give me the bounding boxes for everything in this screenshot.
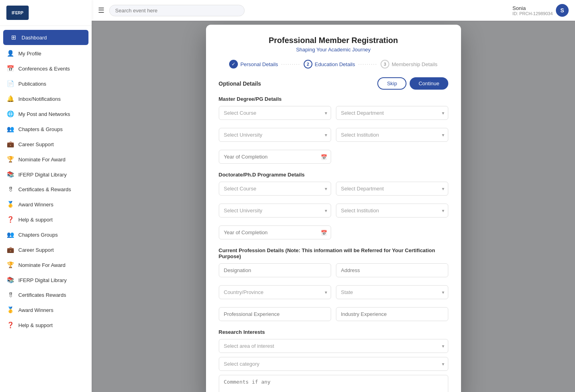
top-buttons: Skip Continue (377, 77, 448, 90)
doctorate-row-2: Select University Select Institution (219, 204, 448, 221)
avatar-letter: S (560, 7, 564, 14)
help-icon: ❓ (6, 216, 14, 223)
master-row-2: Select University Select Institution (219, 128, 448, 146)
award-icon: 🏆 (6, 156, 14, 163)
sidebar-item-help-2[interactable]: ❓ Help & support (0, 318, 92, 333)
master-university-field: Select University (219, 128, 331, 142)
profession-row-2: Country/Province State (219, 285, 448, 303)
industry-exp-field (336, 307, 448, 321)
optional-title: Optional Details (219, 80, 261, 87)
sidebar-item-award-winners[interactable]: 🥇 Award Winners (0, 197, 92, 212)
certificate-icon: 🎖 (6, 186, 14, 193)
master-department-select[interactable]: Select Department (336, 106, 448, 120)
country-field: Country/Province (219, 285, 331, 299)
sidebar-item-career[interactable]: 💼 Career Support (0, 137, 92, 152)
continue-button-top[interactable]: Continue (410, 77, 448, 90)
winner-icon: 🥇 (6, 201, 14, 208)
inbox-icon: 🔔 (6, 95, 14, 102)
step-1-check: ✓ (229, 60, 238, 69)
menu-icon[interactable]: ☰ (98, 6, 104, 15)
master-course-select[interactable]: Select Course (219, 106, 331, 120)
main-area: ☰ Sonia ID: PRCH-12989034 S Professional… (92, 0, 575, 392)
comments-textarea[interactable] (219, 375, 448, 392)
sidebar-item-label: Help & support (18, 217, 53, 223)
user-name: Sonia (512, 5, 553, 11)
state-select[interactable]: State (336, 285, 448, 299)
sidebar-item-inbox[interactable]: 🔔 Inbox/Notifications (0, 91, 92, 106)
prof-exp-input[interactable] (219, 307, 331, 321)
sidebar-item-library-2[interactable]: 📚 IFERP Digital Library (0, 272, 92, 288)
master-year-field (219, 150, 331, 164)
step-personal: ✓ Personal Details (229, 60, 278, 69)
profile-icon: 👤 (6, 50, 14, 57)
steps-indicator: ✓ Personal Details ········· 2 Education… (219, 60, 448, 69)
comments-field (219, 375, 448, 392)
sidebar-item-publications[interactable]: 📄 Publications (0, 76, 92, 91)
networks-icon: 🌐 (6, 110, 14, 118)
sidebar-nav: ⊞ Dashboard 👤 My Profile 📅 Conferences &… (0, 26, 92, 336)
master-year-input[interactable] (219, 150, 331, 164)
sidebar-item-label: IFERP Digital Library (18, 277, 67, 283)
sidebar-item-certificates[interactable]: 🎖 Certificates & Rewards (0, 182, 92, 197)
user-info: Sonia ID: PRCH-12989034 (512, 5, 553, 16)
sidebar-item-library[interactable]: 📚 IFERP Digital Library (0, 167, 92, 182)
profession-section-title: Current Profession Details (Note: This i… (219, 247, 448, 259)
sidebar-item-nominate[interactable]: 🏆 Nominate For Award (0, 152, 92, 167)
doctorate-course-select[interactable]: Select Course (219, 182, 331, 196)
help-icon-2: ❓ (6, 321, 14, 329)
research-area-select[interactable]: Select area of interest (219, 339, 448, 353)
master-row-1: Select Course Select Department (219, 106, 448, 124)
doctorate-year-field (219, 225, 331, 239)
country-select[interactable]: Country/Province (219, 285, 331, 299)
doctorate-institution-select[interactable]: Select Institution (336, 204, 448, 218)
step-education: 2 Education Details (304, 60, 355, 69)
modal-overlay: Professional Member Registration Shaping… (92, 21, 575, 392)
research-category-field: Select category (219, 357, 448, 371)
research-category-select[interactable]: Select category (219, 357, 448, 371)
sidebar-item-post-networks[interactable]: 🌐 My Post and Networks (0, 106, 92, 122)
sidebar-item-label: IFERP Digital Library (18, 172, 67, 178)
sidebar-item-label: Conferences & Events (18, 66, 70, 72)
doctorate-year-input[interactable] (219, 225, 331, 239)
address-input[interactable] (336, 263, 448, 277)
logo-text: IFERP (12, 11, 23, 15)
doctorate-department-select[interactable]: Select Department (336, 182, 448, 196)
sidebar-item-profile[interactable]: 👤 My Profile (0, 46, 92, 61)
sidebar-item-chapters-2[interactable]: 👥 Chapters Groups (0, 227, 92, 242)
step-3-number: 3 (384, 62, 386, 67)
sidebar-item-conferences[interactable]: 📅 Conferences & Events (0, 61, 92, 76)
doctorate-university-select[interactable]: Select University (219, 204, 331, 218)
address-field (336, 263, 448, 277)
step-dots-1: ········· (281, 61, 300, 67)
search-input[interactable] (109, 5, 245, 16)
step-2-number: 2 (307, 62, 309, 67)
sidebar-item-career-2[interactable]: 💼 Career Support (0, 242, 92, 257)
state-field: State (336, 285, 448, 299)
publications-icon: 📄 (6, 80, 14, 87)
master-institution-field: Select Institution (336, 128, 448, 142)
certificate-icon-2: 🎖 (6, 292, 14, 298)
sidebar-item-chapters[interactable]: 👥 Chapters & Groups (0, 122, 92, 137)
sidebar-item-dashboard[interactable]: ⊞ Dashboard (3, 30, 88, 45)
skip-button-top[interactable]: Skip (377, 77, 406, 90)
sidebar-item-nominate-2[interactable]: 🏆 Nominate For Award (0, 257, 92, 272)
registration-modal: Professional Member Registration Shaping… (206, 25, 461, 392)
industry-exp-input[interactable] (336, 307, 448, 321)
designation-input[interactable] (219, 263, 331, 277)
sidebar-item-award-winners-2[interactable]: 🥇 Award Winners (0, 302, 92, 318)
avatar[interactable]: S (556, 4, 569, 17)
research-area-field: Select area of interest (219, 339, 448, 353)
career-icon-2: 💼 (6, 246, 14, 253)
designation-field (219, 263, 331, 277)
modal-title: Professional Member Registration (219, 36, 448, 45)
sidebar-item-help[interactable]: ❓ Help & support (0, 212, 92, 227)
sidebar-item-label: Nominate For Award (18, 262, 65, 268)
step-1-label: Personal Details (240, 61, 278, 67)
master-university-select[interactable]: Select University (219, 128, 331, 142)
optional-header: Optional Details Skip Continue (219, 77, 448, 90)
chapters-icon: 👥 (6, 125, 14, 133)
master-institution-select[interactable]: Select Institution (336, 128, 448, 142)
profession-row-3 (219, 307, 448, 325)
library-icon: 📚 (6, 171, 14, 178)
sidebar-item-certificates-2[interactable]: 🎖 Certificates Rewards (0, 288, 92, 302)
